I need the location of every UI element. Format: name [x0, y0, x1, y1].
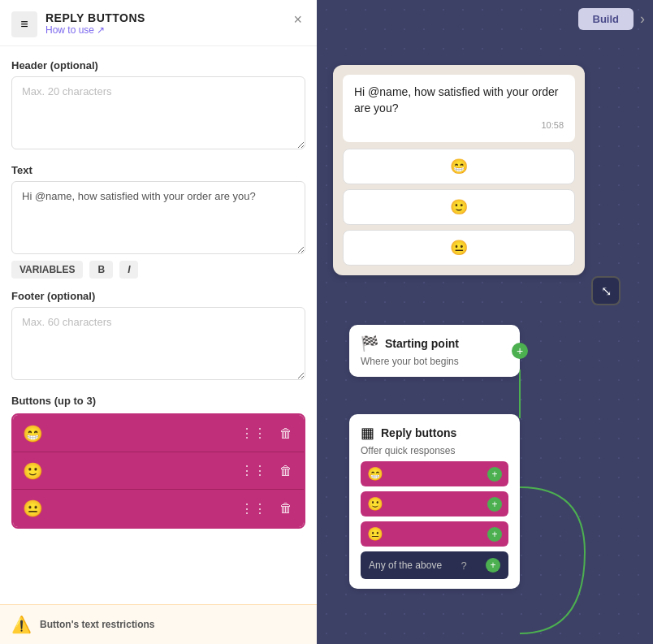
panel-title-group: REPLY BUTTONS How to use ↗	[45, 11, 145, 36]
reply-node-emoji-2: 🙂	[367, 496, 383, 512]
grid-icon: ≡	[20, 17, 28, 32]
reply-node-emoji-1: 😁	[367, 466, 383, 482]
button-3-actions: ⋮⋮ 🗑	[239, 499, 294, 518]
starting-node-icon: 🏁	[361, 335, 378, 352]
reply-node-btn-3[interactable]: 😐 +	[361, 521, 508, 547]
button-1-emoji: 😁	[23, 424, 239, 443]
left-panel: ≡ REPLY BUTTONS How to use ↗ × Header (o…	[0, 0, 317, 644]
panel-icon: ≡	[11, 11, 37, 37]
warning-text: Button's text restrictions	[40, 619, 155, 630]
text-field-label: Text	[11, 164, 305, 176]
panel-header: ≡ REPLY BUTTONS How to use ↗ ×	[0, 0, 317, 46]
footer-field-label: Footer (optional)	[11, 290, 305, 302]
buttons-section: Buttons (up to 3) 😁 ⋮⋮ 🗑 🙂 ⋮⋮ 🗑	[11, 395, 305, 529]
how-to-use-link[interactable]: How to use ↗	[45, 24, 145, 36]
button-2-drag[interactable]: ⋮⋮	[239, 461, 268, 480]
reply-node-btn-2[interactable]: 🙂 +	[361, 491, 508, 516]
button-2-emoji: 🙂	[23, 461, 239, 481]
header-field-group: Header (optional)	[11, 59, 305, 153]
button-1-delete[interactable]: 🗑	[278, 425, 294, 443]
reply-node-icon: ▦	[361, 424, 374, 442]
reply-node-header: ▦ Reply buttons	[361, 424, 508, 442]
header-input[interactable]	[11, 76, 305, 149]
reply-node-title: Reply buttons	[381, 426, 456, 439]
panel-body: Header (optional) Text Hi @name, how sat…	[0, 46, 317, 542]
button-item-3: 😐 ⋮⋮ 🗑	[13, 490, 304, 527]
chat-btn-1[interactable]: 😁	[343, 149, 575, 184]
button-2-actions: ⋮⋮ 🗑	[239, 461, 294, 480]
button-2-delete[interactable]: 🗑	[278, 462, 294, 480]
button-3-emoji: 😐	[23, 499, 239, 518]
starting-node-title: Starting point	[385, 337, 459, 350]
text-input[interactable]: Hi @name, how satisfied with your order …	[11, 181, 305, 254]
external-link-icon: ↗	[97, 24, 105, 36]
top-bar: Build ›	[578, 8, 646, 30]
button-3-drag[interactable]: ⋮⋮	[239, 499, 268, 518]
reply-node-add-3[interactable]: +	[487, 527, 502, 542]
footer-input[interactable]	[11, 307, 305, 380]
any-of-above-bar: Any of the above ? +	[361, 551, 508, 579]
reply-node-emoji-3: 😐	[367, 526, 383, 542]
reply-node-subtitle: Offer quick responses	[361, 445, 508, 456]
button-1-actions: ⋮⋮ 🗑	[239, 424, 294, 443]
chat-time: 10:58	[354, 119, 564, 132]
warning-footer: ⚠️ Button's text restrictions	[0, 604, 317, 644]
bold-button[interactable]: B	[89, 261, 113, 279]
reply-node-btn-1[interactable]: 😁 +	[361, 461, 508, 486]
close-button[interactable]: ×	[290, 11, 305, 28]
text-toolbar: VARIABLES B I	[11, 261, 305, 279]
italic-button[interactable]: I	[119, 261, 138, 279]
starting-node-header: 🏁 Starting point	[361, 335, 508, 352]
reply-node-add-2[interactable]: +	[487, 497, 502, 512]
starting-point-node: 🏁 Starting point Where your bot begins +	[349, 325, 520, 377]
build-button[interactable]: Build	[578, 8, 634, 30]
chat-bubble: Hi @name, how satisfied with your order …	[343, 75, 575, 142]
chat-message: Hi @name, how satisfied with your order …	[354, 85, 559, 115]
right-panel: Build › Hi @name, how satisfied with you…	[317, 0, 653, 644]
reply-buttons-node: ▦ Reply buttons Offer quick responses 😁 …	[349, 414, 520, 589]
help-icon[interactable]: ?	[461, 560, 466, 572]
variables-button[interactable]: VARIABLES	[11, 261, 83, 279]
collapse-icon: ⤡	[601, 283, 612, 299]
chat-btn-3[interactable]: 😐	[343, 230, 575, 266]
button-item-2: 🙂 ⋮⋮ 🗑	[13, 452, 304, 490]
header-field-label: Header (optional)	[11, 59, 305, 71]
button-3-delete[interactable]: 🗑	[278, 499, 294, 517]
chat-preview-card: Hi @name, how satisfied with your order …	[333, 65, 585, 275]
flow-area: 🏁 Starting point Where your bot begins +…	[333, 325, 653, 644]
footer-field-group: Footer (optional)	[11, 290, 305, 383]
button-1-drag[interactable]: ⋮⋮	[239, 424, 268, 443]
text-field-group: Text Hi @name, how satisfied with your o…	[11, 164, 305, 279]
starting-node-add[interactable]: +	[512, 343, 528, 359]
any-above-text: Any of the above	[369, 560, 442, 571]
buttons-section-label: Buttons (up to 3)	[11, 395, 305, 407]
panel-header-left: ≡ REPLY BUTTONS How to use ↗	[11, 11, 145, 37]
panel-title: REPLY BUTTONS	[45, 11, 145, 24]
any-above-add[interactable]: +	[486, 558, 500, 573]
reply-node-add-1[interactable]: +	[487, 467, 502, 482]
buttons-container: 😁 ⋮⋮ 🗑 🙂 ⋮⋮ 🗑 😐 ⋮⋮	[11, 413, 305, 529]
chat-btn-2[interactable]: 🙂	[343, 189, 575, 225]
warning-icon: ⚠️	[11, 615, 32, 634]
nav-arrow-right[interactable]: ›	[640, 11, 645, 28]
button-item-1: 😁 ⋮⋮ 🗑	[13, 415, 304, 452]
collapse-button[interactable]: ⤡	[591, 276, 621, 305]
starting-node-subtitle: Where your bot begins	[361, 356, 508, 367]
